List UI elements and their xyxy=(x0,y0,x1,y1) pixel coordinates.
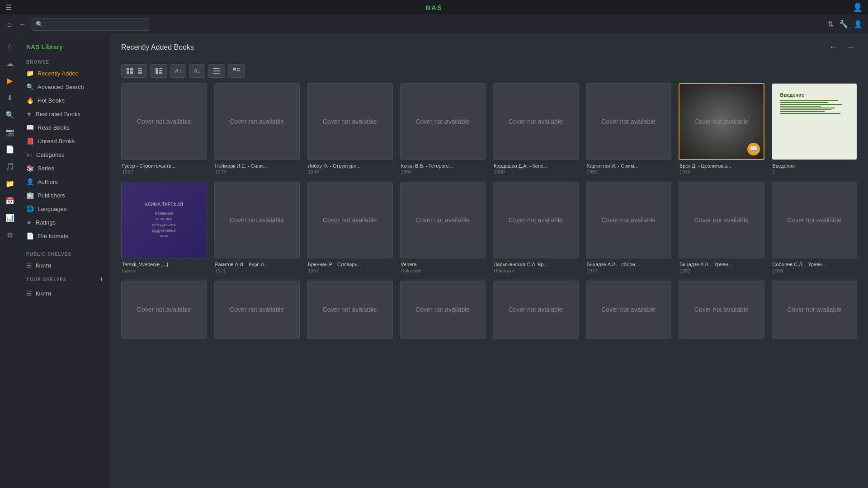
book-card[interactable]: Cover not available xyxy=(400,281,486,339)
public-knigi-label: Книги xyxy=(36,262,51,269)
view-list1-button[interactable] xyxy=(208,64,225,78)
book-card[interactable]: Cover not available Бреннан Р. - Словарь… xyxy=(307,182,393,273)
book-card[interactable]: Введение Введен xyxy=(772,83,858,174)
your-knigi-label: Книги xyxy=(36,290,51,297)
best-rated-icon: ★ xyxy=(26,110,32,117)
sort-az-asc-button[interactable]: A↑ xyxy=(170,64,186,78)
series-label: Series xyxy=(38,165,54,172)
menu-icon[interactable]: ☰ xyxy=(5,3,12,12)
search-input[interactable] xyxy=(46,21,145,28)
recently-added-icon: 📁 xyxy=(26,70,34,77)
iconbar-photo[interactable]: 📷 xyxy=(2,124,18,140)
search-icon: 🔍 xyxy=(36,21,43,28)
settings-icon[interactable]: 🔧 xyxy=(839,20,848,28)
svg-rect-16 xyxy=(237,70,240,71)
book-card[interactable]: Cover not available xyxy=(214,281,300,339)
iconbar-doc[interactable]: 📄 xyxy=(2,141,18,157)
book-card[interactable]: Cover not available xyxy=(493,281,579,339)
book-card[interactable]: Cover not available Гувер - Строительств… xyxy=(121,83,207,174)
languages-icon: 🌐 xyxy=(26,205,34,212)
sidebar-item-hot-books[interactable]: 🔥 Hot Books xyxy=(20,94,110,107)
iconbar-search[interactable]: 🔍 xyxy=(2,107,18,123)
home-button[interactable]: ⌂ xyxy=(5,19,14,30)
library-title[interactable]: NAS Library xyxy=(20,40,110,56)
iconbar-folder[interactable]: 📁 xyxy=(2,175,18,192)
book-card[interactable]: Cover not available Кардашов Д.А. - Конс… xyxy=(493,83,579,174)
iconbar-home[interactable]: ⌂ xyxy=(2,38,18,54)
iconbar-play[interactable]: ▶ xyxy=(2,72,18,89)
book-card[interactable]: Cover not available Коган В.Б. - Гетерог… xyxy=(400,83,486,174)
book-badge: 📖 xyxy=(747,143,760,155)
book-card[interactable]: Cover not available xyxy=(586,281,672,339)
search-bar[interactable]: 🔍 xyxy=(32,18,149,31)
sidebar-item-authors[interactable]: 👤 Authors xyxy=(20,175,110,188)
iconbar-download[interactable]: ⬇ xyxy=(2,89,18,106)
book-card[interactable]: Cover not available Ладыженская О.А. Кр.… xyxy=(493,182,579,273)
book-info: Бицадзе А.В. - сборн... 1977 xyxy=(586,258,672,273)
authors-label: Authors xyxy=(38,178,58,185)
navbar: ⌂ ← 🔍 ⇅ 🔧 👤 xyxy=(0,14,868,34)
account-icon[interactable]: 👤 xyxy=(854,20,863,28)
sidebar-item-file-formats[interactable]: 📄 File formats xyxy=(20,229,110,243)
sidebar-item-best-rated[interactable]: ★ Best rated Books xyxy=(20,107,110,121)
sidebar-item-advanced-search[interactable]: 🔍 Advanced Search xyxy=(20,80,110,94)
iconbar-music[interactable]: 🎵 xyxy=(2,158,18,174)
back-button[interactable]: ← xyxy=(17,19,28,30)
sidebar-item-public-knigi[interactable]: ☰ Книги xyxy=(20,258,110,272)
book-card[interactable]: Cover not available xyxy=(307,281,393,339)
sidebar-item-read-books[interactable]: 📖 Read Books xyxy=(20,121,110,134)
green-book-lines xyxy=(780,100,849,114)
add-shelf-button[interactable]: + xyxy=(99,275,104,283)
your-knigi-icon: ☰ xyxy=(26,290,32,297)
view-compact-button[interactable] xyxy=(150,64,167,78)
sidebar-item-unread-books[interactable]: 📕 Unread Books xyxy=(20,134,110,148)
book-card[interactable]: Cover not available Бицадзе А.В. - Уравн… xyxy=(679,182,764,273)
prev-page-button[interactable]: ← xyxy=(826,42,840,53)
book-cover: Cover not available xyxy=(493,182,579,258)
book-year: 1980 xyxy=(494,169,578,174)
iconbar-calendar[interactable]: 📅 xyxy=(2,192,18,209)
book-card[interactable]: Cover not available Неймарк И.Е. - Сили.… xyxy=(214,83,300,174)
svg-rect-6 xyxy=(138,72,142,74)
book-title: Харгиттаи И. - Симм... xyxy=(587,163,671,169)
cover-not-available: Cover not available xyxy=(597,113,660,131)
book-cover: Cover not available xyxy=(586,83,672,160)
book-card[interactable]: Cover not available xyxy=(679,281,764,339)
book-card[interactable]: Cover not available Venera Unknown xyxy=(400,182,486,273)
sidebar-item-categories[interactable]: 🏷 Categories xyxy=(20,148,110,161)
book-cover: Cover not available xyxy=(307,83,393,160)
book-card[interactable]: Cover not available Соболев С.Л. - Уравн… xyxy=(772,182,858,273)
sidebar-item-recently-added[interactable]: 📁 Recently Added xyxy=(20,66,110,80)
publishers-icon: 🏢 xyxy=(26,192,34,199)
topbar: ☰ NAS 👤 xyxy=(0,0,868,14)
view-grid-button[interactable] xyxy=(121,64,147,78)
sidebar-item-languages[interactable]: 🌐 Languages xyxy=(20,202,110,216)
sidebar-item-series[interactable]: 📚 Series xyxy=(20,161,110,175)
view-list2-button[interactable] xyxy=(228,64,245,78)
iconbar-settings[interactable]: ⚙ xyxy=(2,227,18,243)
sidebar-item-your-knigi[interactable]: ☰ Книги xyxy=(20,286,110,300)
book-cover: Cover not available xyxy=(400,281,486,339)
iconbar-chart[interactable]: 📊 xyxy=(2,210,18,226)
book-card[interactable]: Cover not available Ракитов А.И. - Курс … xyxy=(214,182,300,273)
next-page-button[interactable]: → xyxy=(844,42,857,53)
book-card[interactable]: Cover not available xyxy=(772,281,858,339)
sidebar-item-ratings[interactable]: ★ Ratings xyxy=(20,216,110,229)
book-info: Кардашов Д.А. - Конс... 1980 xyxy=(493,160,579,174)
book-card[interactable]: КЛИМА ТАРСКИЙ Введениев логикуметодологи… xyxy=(121,182,207,273)
book-info: Брек Д. - Цеолитовы... 1976 xyxy=(679,160,764,174)
book-card[interactable]: Cover not available Либау Ф. - Структурн… xyxy=(307,83,393,174)
book-title: Venera xyxy=(401,261,485,267)
iconbar-cloud[interactable]: ☁ xyxy=(2,55,18,71)
sort-az-desc-button[interactable]: A↓ xyxy=(189,64,205,78)
book-card[interactable]: Cover not available Харгиттаи И. - Симм.… xyxy=(586,83,672,174)
sort-icon[interactable]: ⇅ xyxy=(828,20,834,28)
user-icon[interactable]: 👤 xyxy=(853,2,863,12)
sidebar-item-publishers[interactable]: 🏢 Publishers xyxy=(20,188,110,202)
book-card[interactable]: Cover not available 📖 Брек Д. - Цеолитов… xyxy=(679,83,764,174)
book-info: Tarskii_Vvedenie_[..] tsarev xyxy=(121,258,207,273)
book-card[interactable]: Cover not available xyxy=(121,281,207,339)
green-book-title: Введение xyxy=(780,92,849,99)
book-card[interactable]: Cover not available Бицадзе А.В. - сборн… xyxy=(586,182,672,273)
cover-not-available: Cover not available xyxy=(504,211,567,230)
